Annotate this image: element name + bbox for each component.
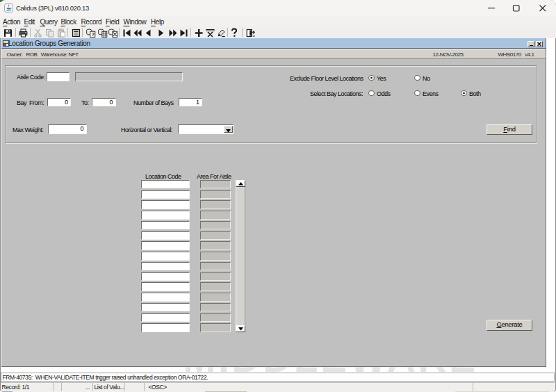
svg-text:?: ? xyxy=(91,31,95,38)
